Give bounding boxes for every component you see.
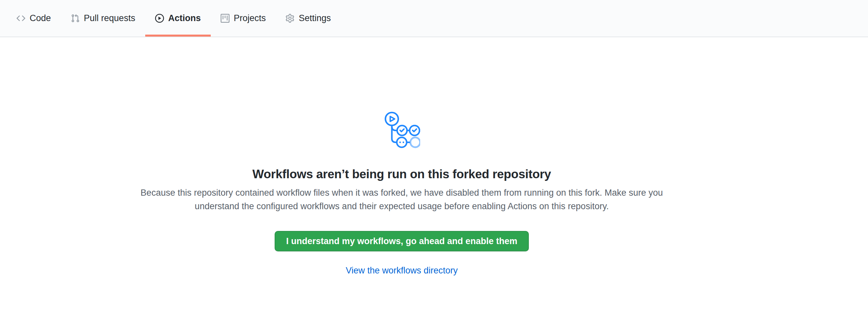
tab-pull-requests-label: Pull requests	[84, 14, 135, 23]
blankslate-title: Workflows aren’t being run on this forke…	[137, 167, 667, 182]
blankslate-description: Because this repository contained workfl…	[137, 186, 667, 213]
tab-pull-requests[interactable]: Pull requests	[61, 0, 145, 37]
repo-actions-page: Code Pull requests Actions Projects Sett	[0, 0, 868, 276]
tab-settings[interactable]: Settings	[276, 0, 341, 37]
actions-blankslate: Workflows aren’t being run on this forke…	[137, 37, 667, 276]
workflows-link-row: View the workflows directory	[137, 265, 667, 276]
tab-actions-label: Actions	[168, 14, 201, 23]
tab-projects-label: Projects	[234, 14, 266, 23]
tab-projects[interactable]: Projects	[211, 0, 276, 37]
view-workflows-directory-link[interactable]: View the workflows directory	[346, 266, 458, 275]
tab-actions[interactable]: Actions	[145, 0, 211, 37]
git-pull-request-icon	[71, 14, 80, 23]
code-icon	[17, 14, 25, 23]
play-circle-icon	[155, 14, 164, 23]
repo-tab-nav: Code Pull requests Actions Projects Sett	[0, 0, 868, 37]
project-board-icon	[221, 14, 229, 23]
enable-workflows-button[interactable]: I understand my workflows, go ahead and …	[275, 231, 529, 251]
gear-icon	[285, 14, 294, 23]
tab-settings-label: Settings	[299, 14, 331, 23]
tab-code[interactable]: Code	[7, 0, 61, 37]
tab-code-label: Code	[30, 14, 51, 23]
workflow-graph-icon	[383, 111, 420, 149]
